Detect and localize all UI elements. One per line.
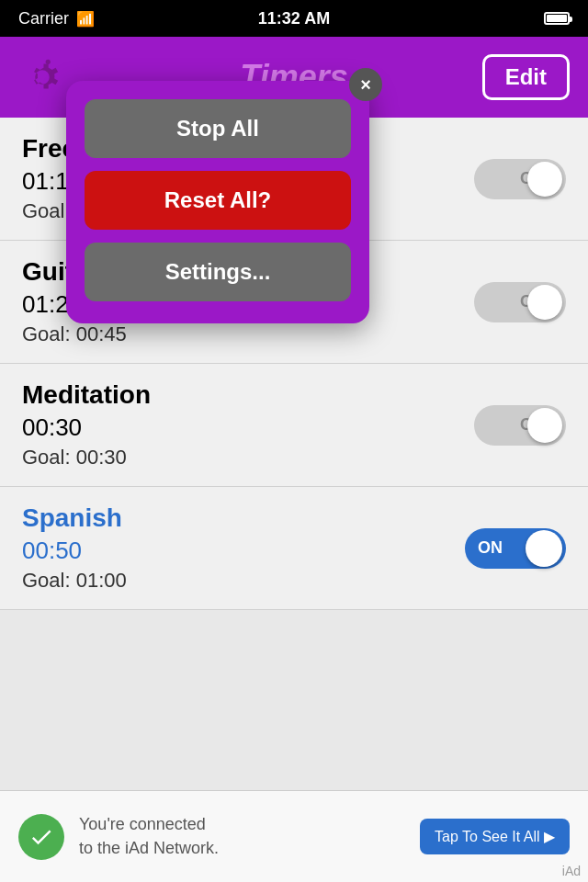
carrier-info: Carrier 📶 <box>18 9 95 28</box>
status-bar: Carrier 📶 11:32 AM <box>0 0 588 37</box>
carrier-label: Carrier <box>18 9 69 28</box>
popup-menu: × Stop All Reset All? Settings... <box>66 81 369 323</box>
status-time: 11:32 AM <box>258 9 330 28</box>
battery-icon <box>544 12 570 25</box>
stop-all-button[interactable]: Stop All <box>85 99 351 158</box>
popup-close-button[interactable]: × <box>349 68 382 101</box>
battery-indicator <box>544 12 570 25</box>
settings-button[interactable]: Settings... <box>85 243 351 301</box>
wifi-icon: 📶 <box>76 10 95 28</box>
popup-overlay: × Stop All Reset All? Settings... <box>0 37 588 882</box>
reset-all-button[interactable]: Reset All? <box>85 171 351 230</box>
